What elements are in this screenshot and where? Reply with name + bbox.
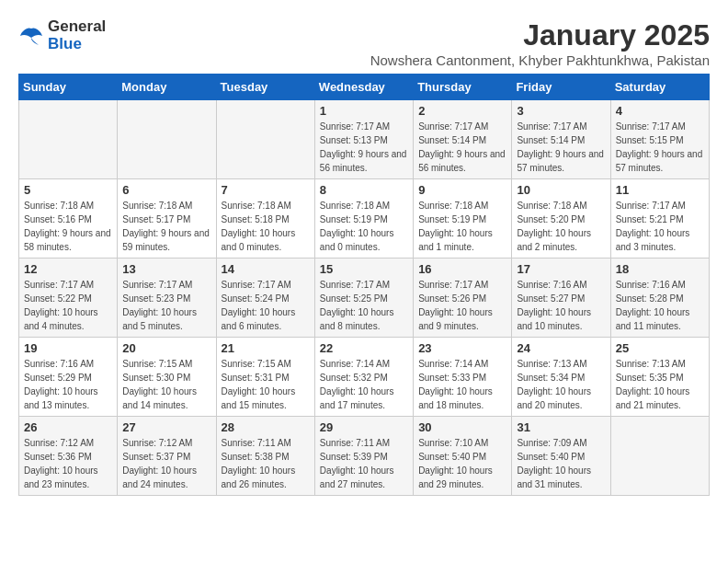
day-info: Sunrise: 7:17 AMSunset: 5:25 PMDaylight:… (320, 278, 408, 333)
page-header: General Blue January 2025 Nowshera Canto… (18, 18, 710, 68)
day-info: Sunrise: 7:15 AMSunset: 5:30 PMDaylight:… (122, 357, 210, 412)
day-info: Sunrise: 7:17 AMSunset: 5:26 PMDaylight:… (418, 278, 506, 333)
calendar-cell: 31Sunrise: 7:09 AMSunset: 5:40 PMDayligh… (512, 417, 610, 496)
day-info: Sunrise: 7:17 AMSunset: 5:14 PMDaylight:… (517, 120, 605, 175)
calendar-cell: 1Sunrise: 7:17 AMSunset: 5:13 PMDaylight… (314, 100, 413, 179)
day-info: Sunrise: 7:18 AMSunset: 5:19 PMDaylight:… (418, 199, 506, 254)
calendar-cell: 9Sunrise: 7:18 AMSunset: 5:19 PMDaylight… (414, 179, 512, 259)
day-info: Sunrise: 7:17 AMSunset: 5:13 PMDaylight:… (320, 120, 408, 175)
day-number: 8 (320, 183, 408, 197)
day-number: 18 (616, 262, 704, 276)
calendar-cell: 23Sunrise: 7:14 AMSunset: 5:33 PMDayligh… (414, 338, 512, 417)
calendar-cell (216, 100, 314, 179)
calendar-cell: 14Sunrise: 7:17 AMSunset: 5:24 PMDayligh… (216, 259, 314, 338)
day-number: 20 (122, 341, 210, 355)
day-number: 21 (222, 341, 310, 355)
header-tuesday: Tuesday (216, 75, 314, 100)
calendar-cell: 6Sunrise: 7:18 AMSunset: 5:17 PMDaylight… (118, 179, 216, 259)
day-number: 13 (122, 262, 210, 276)
day-number: 23 (418, 341, 506, 355)
calendar-cell: 10Sunrise: 7:18 AMSunset: 5:20 PMDayligh… (512, 179, 610, 259)
calendar-cell: 26Sunrise: 7:12 AMSunset: 5:36 PMDayligh… (19, 417, 118, 496)
header-sunday: Sunday (19, 75, 118, 100)
week-row-2: 5Sunrise: 7:18 AMSunset: 5:16 PMDaylight… (19, 179, 710, 259)
day-info: Sunrise: 7:17 AMSunset: 5:21 PMDaylight:… (616, 199, 704, 254)
day-number: 7 (222, 183, 310, 197)
logo: General Blue (18, 18, 106, 52)
week-row-1: 1Sunrise: 7:17 AMSunset: 5:13 PMDaylight… (19, 100, 710, 179)
calendar-cell: 22Sunrise: 7:14 AMSunset: 5:32 PMDayligh… (314, 338, 413, 417)
title-block: January 2025 Nowshera Cantonment, Khyber… (370, 18, 710, 68)
calendar-cell: 21Sunrise: 7:15 AMSunset: 5:31 PMDayligh… (216, 338, 314, 417)
day-number: 24 (517, 341, 605, 355)
header-saturday: Saturday (610, 75, 709, 100)
calendar-cell: 8Sunrise: 7:18 AMSunset: 5:19 PMDaylight… (314, 179, 413, 259)
logo-general: General (48, 17, 106, 35)
day-info: Sunrise: 7:17 AMSunset: 5:23 PMDaylight:… (122, 278, 210, 333)
header-friday: Friday (512, 75, 610, 100)
day-info: Sunrise: 7:18 AMSunset: 5:20 PMDaylight:… (517, 199, 605, 254)
day-info: Sunrise: 7:17 AMSunset: 5:15 PMDaylight:… (616, 120, 704, 175)
calendar-cell: 24Sunrise: 7:13 AMSunset: 5:34 PMDayligh… (512, 338, 610, 417)
day-number: 19 (24, 341, 112, 355)
day-info: Sunrise: 7:11 AMSunset: 5:39 PMDaylight:… (320, 436, 408, 491)
calendar-cell: 29Sunrise: 7:11 AMSunset: 5:39 PMDayligh… (314, 417, 413, 496)
day-info: Sunrise: 7:17 AMSunset: 5:24 PMDaylight:… (222, 278, 310, 333)
logo-icon (18, 25, 44, 47)
day-info: Sunrise: 7:18 AMSunset: 5:16 PMDaylight:… (24, 199, 112, 254)
calendar-cell: 19Sunrise: 7:16 AMSunset: 5:29 PMDayligh… (19, 338, 118, 417)
header-thursday: Thursday (414, 75, 512, 100)
day-number: 3 (517, 104, 605, 118)
calendar-cell: 5Sunrise: 7:18 AMSunset: 5:16 PMDaylight… (19, 179, 118, 259)
day-info: Sunrise: 7:14 AMSunset: 5:32 PMDaylight:… (320, 357, 408, 412)
day-info: Sunrise: 7:18 AMSunset: 5:18 PMDaylight:… (222, 199, 310, 254)
calendar-cell: 27Sunrise: 7:12 AMSunset: 5:37 PMDayligh… (118, 417, 216, 496)
day-info: Sunrise: 7:17 AMSunset: 5:22 PMDaylight:… (24, 278, 112, 333)
day-number: 26 (24, 420, 112, 434)
day-info: Sunrise: 7:16 AMSunset: 5:27 PMDaylight:… (517, 278, 605, 333)
day-info: Sunrise: 7:18 AMSunset: 5:17 PMDaylight:… (122, 199, 210, 254)
logo-blue: Blue (48, 35, 82, 52)
day-info: Sunrise: 7:14 AMSunset: 5:33 PMDaylight:… (418, 357, 506, 412)
calendar-cell (118, 100, 216, 179)
calendar-cell (19, 100, 118, 179)
calendar-cell (610, 417, 709, 496)
header-row: SundayMondayTuesdayWednesdayThursdayFrid… (19, 75, 710, 100)
day-info: Sunrise: 7:17 AMSunset: 5:14 PMDaylight:… (418, 120, 506, 175)
calendar-cell: 20Sunrise: 7:15 AMSunset: 5:30 PMDayligh… (118, 338, 216, 417)
day-number: 11 (616, 183, 704, 197)
calendar-cell: 13Sunrise: 7:17 AMSunset: 5:23 PMDayligh… (118, 259, 216, 338)
calendar-title: January 2025 (370, 18, 710, 52)
calendar-cell: 2Sunrise: 7:17 AMSunset: 5:14 PMDaylight… (414, 100, 512, 179)
calendar-cell: 15Sunrise: 7:17 AMSunset: 5:25 PMDayligh… (314, 259, 413, 338)
day-number: 25 (616, 341, 704, 355)
day-info: Sunrise: 7:11 AMSunset: 5:38 PMDaylight:… (222, 436, 310, 491)
calendar-cell: 7Sunrise: 7:18 AMSunset: 5:18 PMDaylight… (216, 179, 314, 259)
day-number: 17 (517, 262, 605, 276)
day-info: Sunrise: 7:18 AMSunset: 5:19 PMDaylight:… (320, 199, 408, 254)
calendar-cell: 17Sunrise: 7:16 AMSunset: 5:27 PMDayligh… (512, 259, 610, 338)
day-number: 31 (517, 420, 605, 434)
day-number: 2 (418, 104, 506, 118)
day-number: 15 (320, 262, 408, 276)
week-row-3: 12Sunrise: 7:17 AMSunset: 5:22 PMDayligh… (19, 259, 710, 338)
day-info: Sunrise: 7:10 AMSunset: 5:40 PMDaylight:… (418, 436, 506, 491)
calendar-cell: 16Sunrise: 7:17 AMSunset: 5:26 PMDayligh… (414, 259, 512, 338)
day-info: Sunrise: 7:13 AMSunset: 5:34 PMDaylight:… (517, 357, 605, 412)
day-info: Sunrise: 7:09 AMSunset: 5:40 PMDaylight:… (517, 436, 605, 491)
calendar-cell: 30Sunrise: 7:10 AMSunset: 5:40 PMDayligh… (414, 417, 512, 496)
day-number: 4 (616, 104, 704, 118)
calendar-cell: 28Sunrise: 7:11 AMSunset: 5:38 PMDayligh… (216, 417, 314, 496)
day-number: 12 (24, 262, 112, 276)
calendar-cell: 4Sunrise: 7:17 AMSunset: 5:15 PMDaylight… (610, 100, 709, 179)
calendar-cell: 12Sunrise: 7:17 AMSunset: 5:22 PMDayligh… (19, 259, 118, 338)
day-info: Sunrise: 7:16 AMSunset: 5:28 PMDaylight:… (616, 278, 704, 333)
day-number: 5 (24, 183, 112, 197)
day-number: 16 (418, 262, 506, 276)
day-info: Sunrise: 7:16 AMSunset: 5:29 PMDaylight:… (24, 357, 112, 412)
day-number: 28 (222, 420, 310, 434)
day-number: 22 (320, 341, 408, 355)
day-info: Sunrise: 7:15 AMSunset: 5:31 PMDaylight:… (222, 357, 310, 412)
calendar-cell: 3Sunrise: 7:17 AMSunset: 5:14 PMDaylight… (512, 100, 610, 179)
header-monday: Monday (118, 75, 216, 100)
